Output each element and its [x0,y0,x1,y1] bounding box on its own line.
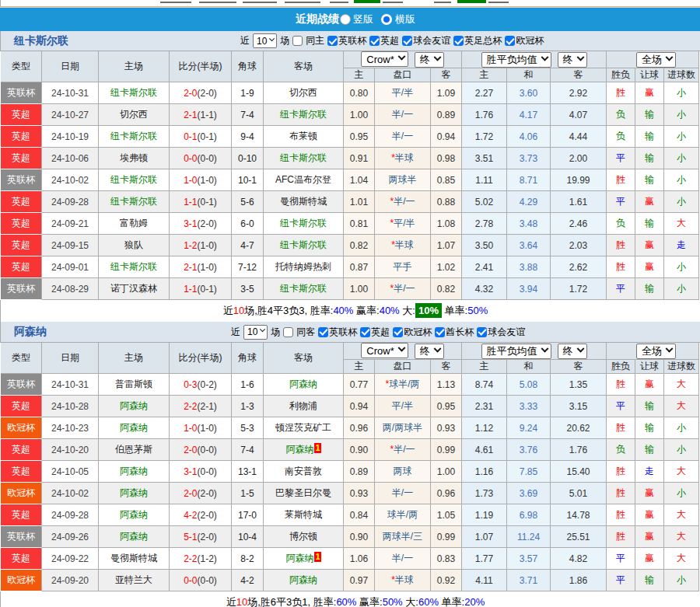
league-type-cell: 英超 [1,256,42,278]
corners-cell: 0-10 [232,148,264,169]
league-checkbox-label[interactable]: 欧冠杯 [404,326,432,339]
near-label: 近 [240,34,250,47]
league-checkbox-2[interactable] [393,327,403,337]
same-venue-label[interactable]: 同客 [296,326,315,339]
league-checkbox-label[interactable]: 欧冠杯 [516,34,544,47]
recent-count-select[interactable]: 10 [243,325,268,340]
league-type-cell: 英超 [1,548,42,570]
league-checkbox-0[interactable] [318,327,328,337]
vertical-layout-label[interactable]: 竖版 [353,12,373,26]
team-label: 阿森纳 [289,379,317,389]
col-header: 客场 [264,51,344,82]
chevron-down-icon [269,36,275,41]
table-header-selects-row: 类型日期主场比分(半场)角球客场Crow*终胜平负均值终全场 [1,51,699,68]
europe-header-cell: 胜平负均值终 [462,343,607,360]
europe-odds-select[interactable]: 胜平负均值 [481,52,551,68]
score-cell: 2-0(2-0) [170,82,232,104]
draw-avg-cell: 3.33 [507,396,551,417]
odds-sub-header: 主 [344,68,375,82]
draw-avg-cell: 8.71 [507,169,551,191]
corners-cell: 10-4 [232,526,264,548]
league-type-cell: 英联杯 [1,82,42,104]
handicap-cell: *半/一 [375,191,431,213]
chevron-down-icon [666,53,674,61]
team-label: 博尔顿 [289,531,317,542]
league-checkbox-label[interactable]: 英联杯 [329,326,357,339]
bookmaker-select[interactable]: Crow* [361,343,408,358]
handicap-result-cell: 输 [635,104,664,126]
league-checkbox-1[interactable] [360,327,370,337]
europe-final-select[interactable]: 终 [558,344,587,359]
league-checkbox-3[interactable] [435,327,445,337]
league-checkbox-3[interactable] [453,36,464,46]
lose-avg-cell: 25.51 [551,526,607,548]
league-checkbox-label[interactable]: 英足总杯 [464,34,502,47]
bookmaker-final-select[interactable]: 终 [415,344,444,359]
league-checkbox-4[interactable] [477,327,487,337]
draw-avg-cell: 3.76 [507,439,551,461]
europe-odds-select[interactable]: 胜平负均值 [481,344,551,359]
horizontal-layout-label[interactable]: 横版 [395,12,415,26]
bookmaker-select[interactable]: Crow* [361,51,408,67]
team-label: 曼彻斯特城 [110,553,157,563]
goals-result-cell: 小 [664,570,699,591]
draw-avg-cell: 3.94 [507,278,551,300]
league-checkbox-label[interactable]: 英联杯 [338,34,366,47]
match-row: 英超24-10-27切尔西2-1(1-1)7-4纽卡斯尔联1.00半/一0.89… [1,104,699,126]
home-team-cell: 埃弗顿 [99,148,170,169]
match-scope-select[interactable]: 全场 [636,344,676,359]
lose-avg-cell: 2.92 [551,82,607,104]
vertical-layout-radio[interactable] [340,14,351,25]
horizontal-layout-radio[interactable] [381,14,392,25]
same-venue-checkbox[interactable] [292,36,303,46]
matches-label: 场 [271,326,280,339]
win-avg-cell: 1.07 [462,526,507,548]
league-checkbox-label[interactable]: 酋长杯 [446,326,474,339]
clipped-green-percent-box [354,0,380,3]
home-odds-cell: 0.95 [344,126,375,148]
odds-sub-header: 盘口 [375,360,431,374]
date-cell: 24-10-06 [42,148,99,169]
handicap-cell: *半球 [375,235,431,256]
bookmaker-final-select[interactable]: 终 [415,52,444,68]
score-cell: 1-2(1-0) [170,235,232,256]
home-odds-cell: 1.00 [344,278,375,300]
draw-avg-cell: 4.17 [507,104,551,126]
league-checkbox-0[interactable] [327,36,338,46]
match-scope-select[interactable]: 全场 [636,52,676,68]
league-checkbox-2[interactable] [402,36,412,46]
score-cell: 2-2(1-2) [170,548,232,570]
league-checkbox-label[interactable]: 球会友谊 [488,326,525,339]
europe-final-select[interactable]: 终 [558,52,587,68]
same-venue-checkbox[interactable] [283,327,293,337]
home-odds-cell: 1.04 [344,169,375,191]
same-venue-label[interactable]: 同主 [306,34,324,47]
bookmaker-header-cell: Crow*终 [344,51,462,68]
date-cell: 24-10-31 [42,82,99,104]
summary-segment: 赢率: [353,305,379,316]
league-type-cell: 英超 [1,504,42,526]
summary-text: 近10场,胜6平3负1, 胜率:60% 赢率:50% 大:60% 单率:20% [226,595,485,607]
team-label: 纽卡斯尔联 [280,239,327,250]
lose-avg-cell: 1.76 [551,439,607,461]
result-cell: 胜 [607,235,635,256]
goals-result-cell: 大 [664,526,699,548]
team-label: 亚特兰大 [115,574,152,585]
league-checkbox-label[interactable]: 球会友谊 [413,34,450,47]
recent-count-select[interactable]: 10 [253,33,277,48]
goals-result-cell: 大 [664,374,699,396]
col-header: 类型 [1,343,42,374]
away-odds-cell: 1.02 [431,256,462,278]
league-checkbox-label[interactable]: 英超 [380,34,399,47]
match-row: 英超24-09-15狼队1-2(1-0)4-7纽卡斯尔联0.82*半球1.073… [1,235,699,256]
clipped-text-fragment [488,2,509,3]
match-row: 英超24-10-19纽卡斯尔联0-1(0-1)9-4布莱顿0.95半/一0.94… [1,126,699,148]
score-cell: 5-1(2-0) [170,526,232,548]
league-type-cell: 英超 [1,396,42,417]
league-checkbox-4[interactable] [505,36,515,46]
league-checkbox-label[interactable]: 英超 [371,326,390,339]
summary-segment: 单率: [442,305,467,316]
league-checkbox-1[interactable] [369,36,380,46]
date-cell: 24-09-22 [42,548,99,570]
clipped-previous-summary [0,0,700,7]
